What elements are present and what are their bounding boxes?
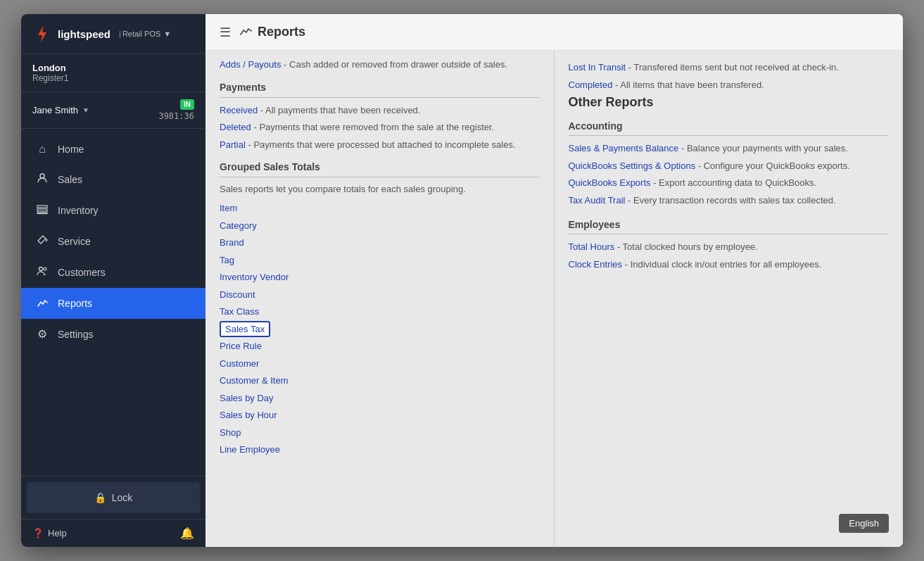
other-reports-title: Other Reports	[569, 95, 890, 110]
sidebar-item-sales[interactable]: Sales	[21, 164, 205, 195]
sales-by-day-link-item: Sales by Day	[220, 391, 540, 405]
sales-payments-balance-link[interactable]: Sales & Payments Balance	[569, 143, 679, 153]
tax-audit-trail-item: Tax Audit Trail - Every transaction reco…	[569, 194, 890, 208]
received-link[interactable]: Received	[220, 105, 258, 115]
lost-in-transit-desc: - Transfered items sent but not received…	[628, 62, 839, 73]
status-badge: IN	[180, 99, 194, 110]
sales-icon	[35, 172, 49, 187]
reports-topbar-icon	[239, 24, 252, 40]
tax-class-link[interactable]: Tax Class	[220, 306, 259, 317]
content-left: Adds / Payouts - Cash added or removed f…	[205, 51, 555, 547]
logo-text: lightspeed	[58, 28, 110, 40]
grouped-sales-desc: Sales reports let you compare totals for…	[220, 183, 540, 196]
quickbooks-exports-link[interactable]: QuickBooks Exports	[569, 177, 651, 188]
item-link-item: Item	[220, 201, 540, 215]
sidebar-item-label: Home	[58, 144, 84, 155]
sidebar: lightspeed | Retail POS ▼ London Registe…	[21, 14, 205, 547]
home-icon: ⌂	[35, 143, 49, 156]
completed-link[interactable]: Completed	[569, 80, 613, 90]
sidebar-bottom: ❓ Help 🔔	[21, 519, 205, 547]
page-title: Reports	[258, 25, 305, 39]
quickbooks-settings-item: QuickBooks Settings & Options - Configur…	[569, 159, 890, 173]
language-button[interactable]: English	[839, 514, 889, 533]
partial-link[interactable]: Partial	[220, 139, 246, 150]
sidebar-item-settings[interactable]: ⚙ Settings	[21, 319, 205, 349]
timer: 3981:36	[158, 111, 194, 121]
lock-label: Lock	[112, 492, 133, 503]
line-employee-link-item: Line Employee	[220, 443, 540, 457]
quickbooks-exports-item: QuickBooks Exports - Export accounting d…	[569, 176, 890, 190]
hamburger-button[interactable]: ☰	[220, 25, 231, 40]
svg-point-1	[40, 174, 44, 178]
sales-by-day-link[interactable]: Sales by Day	[220, 393, 274, 403]
discount-link[interactable]: Discount	[220, 289, 255, 300]
sidebar-item-label: Settings	[58, 329, 94, 340]
accounting-list: Sales & Payments Balance - Balance your …	[569, 141, 890, 207]
register-name: London	[32, 63, 194, 73]
content-right: Lost In Transit - Transfered items sent …	[555, 51, 904, 547]
customers-icon	[35, 265, 49, 279]
sidebar-item-home[interactable]: ⌂ Home	[21, 134, 205, 164]
customer-link[interactable]: Customer	[220, 358, 259, 369]
sales-tax-link[interactable]: Sales Tax	[220, 321, 270, 337]
customer-item-link[interactable]: Customer & Item	[220, 375, 289, 386]
line-employee-link[interactable]: Line Employee	[220, 444, 280, 455]
sales-by-hour-link[interactable]: Sales by Hour	[220, 410, 277, 420]
item-link[interactable]: Item	[220, 203, 237, 213]
deleted-item: Deleted - Payments that were removed fro…	[220, 120, 540, 134]
deleted-desc: - Payments that were removed from the sa…	[253, 122, 494, 132]
user-dropdown-arrow[interactable]: ▼	[82, 106, 89, 114]
sidebar-nav: ⌂ Home Sales Inventory Service	[21, 129, 205, 476]
tag-link[interactable]: Tag	[220, 255, 234, 265]
category-link[interactable]: Category	[220, 220, 257, 231]
notification-button[interactable]: 🔔	[180, 527, 194, 540]
sidebar-item-label: Sales	[58, 174, 82, 185]
lost-in-transit-link[interactable]: Lost In Transit	[569, 62, 626, 73]
pos-label: | Retail POS ▼	[116, 30, 171, 38]
total-hours-link[interactable]: Total Hours	[569, 241, 615, 252]
lock-button[interactable]: 🔒 Lock	[27, 482, 200, 513]
price-rule-link-item: Price Rule	[220, 339, 540, 353]
shop-link[interactable]: Shop	[220, 427, 241, 438]
customer-link-item: Customer	[220, 357, 540, 371]
tax-class-link-item: Tax Class	[220, 305, 540, 319]
lost-in-transit-item: Lost In Transit - Transfered items sent …	[569, 61, 890, 75]
inventory-vendor-link[interactable]: Inventory Vendor	[220, 272, 289, 282]
clock-entries-item: Clock Entries - Individual clock in/out …	[569, 258, 890, 272]
svg-marker-0	[38, 25, 46, 42]
partial-desc: - Payments that were processed but attac…	[248, 139, 515, 150]
deleted-link[interactable]: Deleted	[220, 122, 251, 132]
grouped-sales-list: Item Category Brand Tag Inventory Vendor	[220, 201, 540, 457]
completed-item: Completed - All items that have been tra…	[569, 78, 890, 92]
sidebar-item-service[interactable]: Service	[21, 226, 205, 257]
price-rule-link[interactable]: Price Rule	[220, 341, 262, 351]
settings-icon: ⚙	[35, 327, 49, 341]
sales-by-hour-link-item: Sales by Hour	[220, 408, 540, 422]
user-name[interactable]: Jane Smith	[32, 105, 78, 115]
pos-dropdown-arrow[interactable]: ▼	[163, 30, 171, 38]
sidebar-footer: 🔒 Lock ❓ Help 🔔	[21, 476, 205, 547]
quickbooks-settings-link[interactable]: QuickBooks Settings & Options	[569, 160, 696, 171]
brand-link[interactable]: Brand	[220, 237, 244, 248]
reports-icon	[35, 296, 49, 310]
tag-link-item: Tag	[220, 253, 540, 267]
adds-payouts-item: Adds / Payouts - Cash added or removed f…	[220, 58, 540, 72]
user-info: Jane Smith ▼ IN 3981:36	[21, 92, 205, 129]
tax-audit-trail-link[interactable]: Tax Audit Trail	[569, 195, 626, 206]
lock-icon: 🔒	[94, 492, 106, 503]
svg-rect-3	[37, 209, 47, 211]
content-area: Adds / Payouts - Cash added or removed f…	[205, 51, 903, 547]
lightspeed-logo-icon	[32, 24, 52, 44]
svg-rect-4	[37, 213, 47, 214]
employees-header: Employees	[569, 215, 890, 234]
clock-entries-link[interactable]: Clock Entries	[569, 259, 623, 270]
help-icon: ❓	[32, 528, 44, 538]
service-icon	[35, 234, 49, 248]
help-button[interactable]: ❓ Help	[32, 528, 67, 538]
sidebar-item-reports[interactable]: Reports	[21, 288, 205, 319]
sidebar-item-customers[interactable]: Customers	[21, 257, 205, 288]
adds-payouts-link[interactable]: Adds / Payouts	[220, 59, 281, 70]
category-link-item: Category	[220, 219, 540, 233]
payments-list: Received - All payments that have been r…	[220, 103, 540, 152]
sidebar-item-inventory[interactable]: Inventory	[21, 195, 205, 226]
